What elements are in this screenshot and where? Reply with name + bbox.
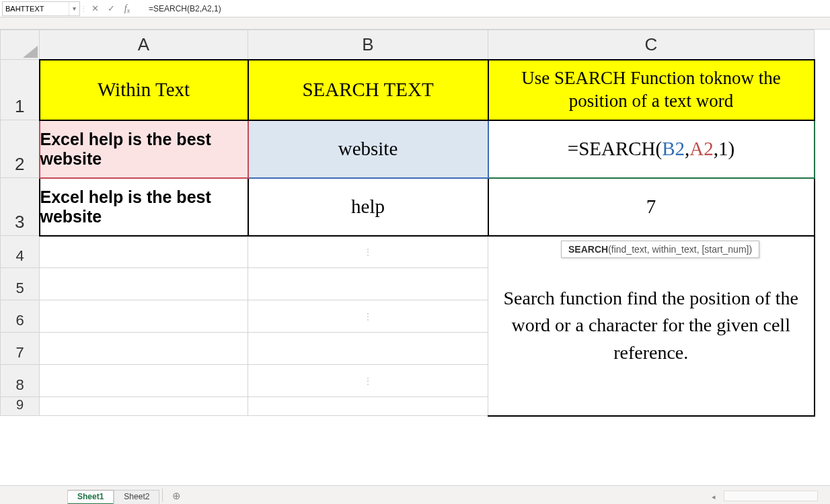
worksheet-grid[interactable]: A B C 1 Within Text SEARCH TEXT Use SEAR… [0, 30, 830, 417]
cell-A5[interactable] [40, 268, 248, 300]
cell-A8[interactable] [40, 365, 248, 397]
cell-B8[interactable]: ⋮ [248, 365, 488, 397]
cell-C2[interactable]: =SEARCH(B2,A2,1) [488, 120, 815, 178]
cell-B5[interactable] [248, 268, 488, 300]
cell-A4[interactable] [40, 236, 248, 268]
tab-sheet2[interactable]: Sheet2 [114, 490, 159, 504]
add-sheet-icon[interactable]: ⊕ [165, 490, 188, 504]
name-box[interactable] [3, 2, 69, 15]
formula-tooltip: SEARCH(find_text, within_text, [start_nu… [561, 241, 759, 258]
ribbon-gap [0, 17, 830, 30]
cell-A2[interactable]: Excel help is the best website [40, 120, 248, 178]
cell-A6[interactable] [40, 300, 248, 333]
cell-A9[interactable] [40, 397, 248, 416]
col-header-A[interactable]: A [40, 30, 248, 60]
fx-icon[interactable]: fx [119, 1, 135, 16]
cell-C3[interactable]: 7 [488, 178, 815, 236]
cell-B2[interactable]: website [248, 120, 488, 178]
cell-B6[interactable]: ⋮ [248, 300, 488, 333]
cell-C-description[interactable]: Search function find the position of the… [488, 236, 815, 416]
cancel-icon[interactable]: ✕ [87, 1, 103, 16]
ref-B2: B2 [662, 138, 685, 159]
cell-C2-formula: =SEARCH(B2,A2,1) [568, 138, 734, 159]
col-header-C[interactable]: C [488, 30, 815, 60]
cell-C1[interactable]: Use SEARCH Function toknow the position … [488, 60, 815, 120]
divider: ⋮ [81, 1, 85, 16]
row-header-7[interactable]: 7 [1, 333, 40, 365]
tab-divider [162, 489, 163, 502]
tooltip-args: (find_text, within_text, [start_num]) [608, 244, 752, 255]
divider [137, 1, 141, 16]
row-header-2[interactable]: 2 [1, 120, 40, 178]
formula-bar: ▾ ⋮ ✕ ✓ fx =SEARCH(B2,A2,1) [0, 0, 830, 17]
cell-A7[interactable] [40, 333, 248, 365]
enter-icon[interactable]: ✓ [103, 1, 119, 16]
row-header-9[interactable]: 9 [1, 397, 40, 416]
horizontal-scrollbar[interactable] [724, 491, 818, 501]
sheet-tab-strip: Sheet1 Sheet2 ⊕ ◂ [0, 485, 830, 504]
row-header-5[interactable]: 5 [1, 268, 40, 300]
cell-B9[interactable] [248, 397, 488, 416]
tooltip-fn-name: SEARCH [568, 244, 608, 255]
cell-A3[interactable]: Excel help is the best website [40, 178, 248, 236]
name-box-dropdown-icon[interactable]: ▾ [69, 2, 79, 15]
name-box-wrap: ▾ [2, 1, 80, 16]
cell-B7[interactable] [248, 333, 488, 365]
select-all-triangle[interactable] [1, 30, 40, 60]
cell-A1[interactable]: Within Text [40, 60, 248, 120]
cell-B1[interactable]: SEARCH TEXT [248, 60, 488, 120]
cell-C3-value: 7 [489, 196, 814, 218]
row-header-4[interactable]: 4 [1, 236, 40, 268]
row-header-3[interactable]: 3 [1, 178, 40, 236]
row-header-6[interactable]: 6 [1, 300, 40, 333]
ref-A2: A2 [689, 138, 713, 159]
row-header-1[interactable]: 1 [1, 60, 40, 120]
col-header-B[interactable]: B [248, 30, 488, 60]
scroll-left-icon[interactable]: ◂ [712, 493, 716, 501]
formula-input[interactable]: =SEARCH(B2,A2,1) [145, 1, 830, 16]
cell-B3[interactable]: help [248, 178, 488, 236]
cell-B4[interactable]: ⋮ [248, 236, 488, 268]
tab-sheet1[interactable]: Sheet1 [67, 490, 114, 504]
row-header-8[interactable]: 8 [1, 365, 40, 397]
